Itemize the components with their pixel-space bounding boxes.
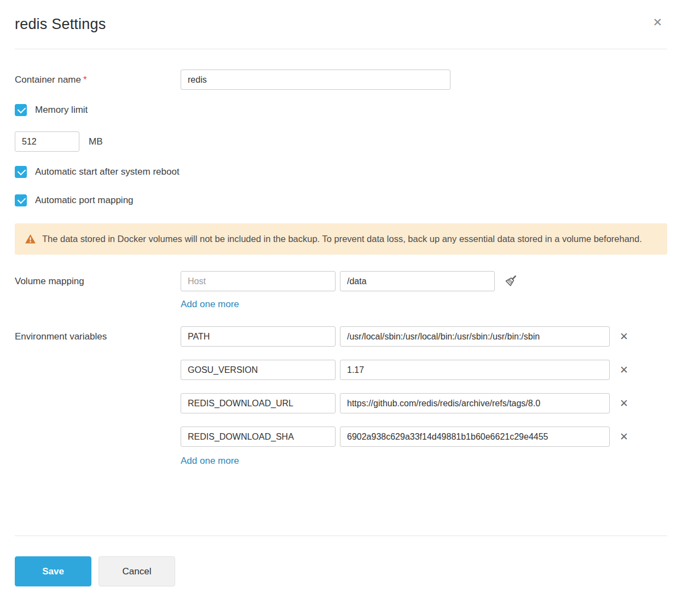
memory-limit-row: Memory limit <box>15 104 667 116</box>
save-button[interactable]: Save <box>15 556 91 586</box>
env-key-input[interactable] <box>181 393 336 413</box>
warning-text: The data stored in Docker volumes will n… <box>42 232 642 246</box>
volume-mapping-section: Volume mapping A <box>15 271 667 310</box>
remove-row-icon[interactable]: ✕ <box>619 330 629 343</box>
container-name-input[interactable] <box>181 70 450 90</box>
memory-limit-checkbox[interactable] <box>15 104 27 116</box>
env-key-input[interactable] <box>181 326 336 347</box>
dialog-header: redis Settings ✕ <box>15 0 667 49</box>
auto-port-mapping-row: Automatic port mapping <box>15 194 667 206</box>
volume-add-one-more-link[interactable]: Add one more <box>181 299 239 310</box>
env-row: ✕ <box>181 393 667 413</box>
footer-buttons: Save Cancel <box>15 556 667 586</box>
env-row: ✕ <box>181 326 667 347</box>
cancel-button[interactable]: Cancel <box>99 556 175 586</box>
auto-start-label: Automatic start after system reboot <box>35 166 180 177</box>
env-row: ✕ <box>181 427 667 447</box>
remove-row-icon[interactable]: ✕ <box>619 430 629 443</box>
auto-port-mapping-checkbox[interactable] <box>15 194 27 206</box>
auto-port-mapping-label: Automatic port mapping <box>35 195 134 206</box>
env-value-input[interactable] <box>340 326 610 347</box>
environment-variables-label: Environment variables <box>15 326 181 467</box>
env-key-input[interactable] <box>181 427 336 447</box>
env-add-one-more-link[interactable]: Add one more <box>181 456 239 467</box>
memory-value-row: MB <box>15 131 667 152</box>
clear-broom-icon[interactable] <box>502 272 519 291</box>
env-row: ✕ <box>181 360 667 380</box>
memory-unit-label: MB <box>89 136 103 147</box>
env-value-input[interactable] <box>340 360 610 380</box>
volume-host-input[interactable] <box>181 271 336 291</box>
env-value-input[interactable] <box>340 393 610 413</box>
volume-container-path-input[interactable] <box>340 271 495 291</box>
volume-mapping-label: Volume mapping <box>15 271 181 310</box>
memory-limit-label: Memory limit <box>35 105 88 116</box>
container-name-label: Container name* <box>15 70 181 90</box>
env-key-input[interactable] <box>181 360 336 380</box>
close-icon[interactable]: ✕ <box>649 13 666 31</box>
environment-variables-section: Environment variables ✕ ✕ ✕ ✕ <box>15 326 667 467</box>
dialog-body: Container name* Memory limit MB Automati… <box>0 49 682 467</box>
auto-start-checkbox[interactable] <box>15 166 27 178</box>
env-value-input[interactable] <box>340 427 610 447</box>
memory-limit-input[interactable] <box>15 131 79 152</box>
backup-warning-banner: The data stored in Docker volumes will n… <box>15 223 667 255</box>
warning-triangle-icon <box>25 233 36 245</box>
required-asterisk: * <box>83 74 87 85</box>
page-title: redis Settings <box>15 16 106 33</box>
container-name-row: Container name* <box>15 70 667 90</box>
volume-mapping-row <box>181 271 667 291</box>
auto-start-row: Automatic start after system reboot <box>15 166 667 178</box>
footer-divider <box>15 536 667 536</box>
remove-row-icon[interactable]: ✕ <box>619 364 629 376</box>
remove-row-icon[interactable]: ✕ <box>619 397 629 410</box>
